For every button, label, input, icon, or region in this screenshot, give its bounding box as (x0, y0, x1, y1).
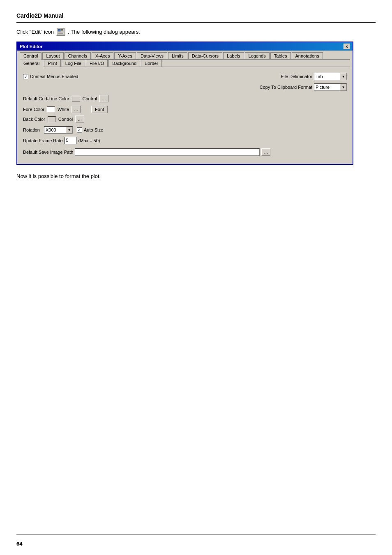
tab-print[interactable]: Print (44, 60, 61, 67)
fore-color-browse-btn[interactable]: ... (71, 106, 81, 113)
tab-labels[interactable]: Labels (223, 52, 244, 59)
tab-xaxes[interactable]: X-Axes (92, 52, 113, 59)
bottom-text: Now it is possible to format the plot. (16, 173, 376, 179)
rotation-dropdown[interactable]: X000 ▼ (44, 126, 73, 134)
tab-tables[interactable]: Tables (270, 52, 291, 59)
tab-dataviews[interactable]: Data-Views (137, 52, 167, 59)
back-color-text: Control (58, 117, 73, 122)
tab-datacursors[interactable]: Data-Cursors (188, 52, 222, 59)
update-frame-label: Update Frame Rate (23, 138, 63, 143)
default-grid-line-browse-btn[interactable]: ... (99, 95, 108, 102)
update-frame-input[interactable]: 5 (65, 137, 77, 144)
default-save-browse-btn[interactable]: ... (261, 148, 270, 156)
instruction-text: Click "Edit" icon . The following dialog… (16, 28, 376, 36)
back-color-swatch (48, 116, 56, 122)
tab-control[interactable]: Control (20, 52, 42, 60)
svg-rect-1 (58, 29, 60, 31)
default-save-label: Default Save Image Path (23, 150, 73, 155)
auto-size-checkmark: ✓ (78, 128, 81, 132)
update-frame-max: (Max = 50) (78, 138, 100, 143)
file-delimiter-label: File Deliminator (281, 74, 312, 79)
instruction-before: Click "Edit" icon (16, 29, 54, 35)
page-title: Cardio2D Manual (16, 12, 376, 23)
auto-size-checkbox[interactable]: ✓ (77, 127, 82, 133)
tab-annotations[interactable]: Annotations (292, 52, 323, 59)
rotation-value: X000 (44, 127, 66, 133)
font-button[interactable]: Font (91, 106, 108, 113)
file-delimiter-dropdown-arrow[interactable]: ▼ (340, 73, 346, 80)
back-color-browse-btn[interactable]: ... (75, 116, 84, 123)
copy-clipboard-value: Picture (314, 84, 340, 90)
content-area: ✓ Context Menus Enabled File Deliminator… (20, 70, 350, 161)
tab-legends[interactable]: Legends (245, 52, 270, 59)
close-button[interactable]: × (344, 44, 350, 49)
copy-clipboard-label: Copy To Clipboard Format (260, 85, 312, 90)
checkmark-icon: ✓ (24, 74, 28, 79)
svg-rect-3 (61, 30, 63, 31)
context-menus-label: Context Menus Enabled (30, 74, 78, 79)
tab-channels[interactable]: Channels (65, 52, 91, 59)
file-delimiter-value: Tab (314, 74, 340, 79)
dialog-titlebar: Plot Editor × (17, 42, 353, 51)
tab-background[interactable]: Background (108, 60, 140, 67)
rotation-label: Rotation (23, 127, 40, 132)
copy-clipboard-group: Copy To Clipboard Format Picture ▼ (260, 83, 347, 91)
tab-logfile[interactable]: Log File (62, 60, 85, 67)
page-number: 64 (16, 541, 22, 547)
dialog-body: Control Layout Channels X-Axes Y-Axes Da… (17, 51, 353, 164)
back-color-label: Back Color (23, 117, 45, 122)
context-menus-row: ✓ Context Menus Enabled (23, 74, 78, 79)
copy-clipboard-dropdown[interactable]: Picture ▼ (314, 83, 347, 91)
copy-clipboard-dropdown-arrow[interactable]: ▼ (340, 84, 346, 90)
fore-color-label: Fore Color (23, 107, 44, 112)
tab-fileio[interactable]: File I/O (86, 60, 108, 67)
file-delimiter-group: File Deliminator Tab ▼ (281, 73, 347, 80)
svg-rect-2 (61, 29, 63, 30)
context-menus-checkbox[interactable]: ✓ (23, 74, 28, 79)
svg-rect-5 (58, 33, 63, 34)
tab-yaxes[interactable]: Y-Axes (114, 52, 136, 59)
default-save-input[interactable] (75, 148, 260, 156)
default-grid-line-color-text: Control (83, 96, 97, 101)
auto-size-row: ✓ Auto Size (77, 127, 103, 133)
tab-limits[interactable]: Limits (168, 52, 187, 59)
tab-general[interactable]: General (20, 60, 43, 67)
bottom-rule (16, 534, 376, 534)
svg-rect-4 (58, 32, 63, 32)
edit-icon (56, 28, 65, 36)
page-container: Cardio2D Manual Click "Edit" icon . The … (0, 0, 392, 555)
tab-border[interactable]: Border (141, 60, 162, 67)
auto-size-label: Auto Size (84, 127, 103, 132)
dialog-title: Plot Editor (20, 44, 43, 49)
file-delimiter-dropdown[interactable]: Tab ▼ (314, 73, 347, 80)
fore-color-text: White (58, 107, 69, 112)
dialog-window: Plot Editor × Control Layout Channels X-… (16, 42, 353, 165)
fore-color-swatch (47, 106, 55, 112)
default-grid-line-color-swatch (72, 96, 80, 102)
tab-row-2: General Print Log File File I/O Backgrou… (20, 60, 350, 67)
default-grid-line-label: Default Grid-Line Color (23, 96, 69, 101)
instruction-after: . The following dialog appears. (68, 29, 140, 35)
tab-row-1: Control Layout Channels X-Axes Y-Axes Da… (20, 52, 350, 60)
tab-layout[interactable]: Layout (42, 52, 63, 59)
rotation-dropdown-arrow[interactable]: ▼ (66, 127, 72, 133)
